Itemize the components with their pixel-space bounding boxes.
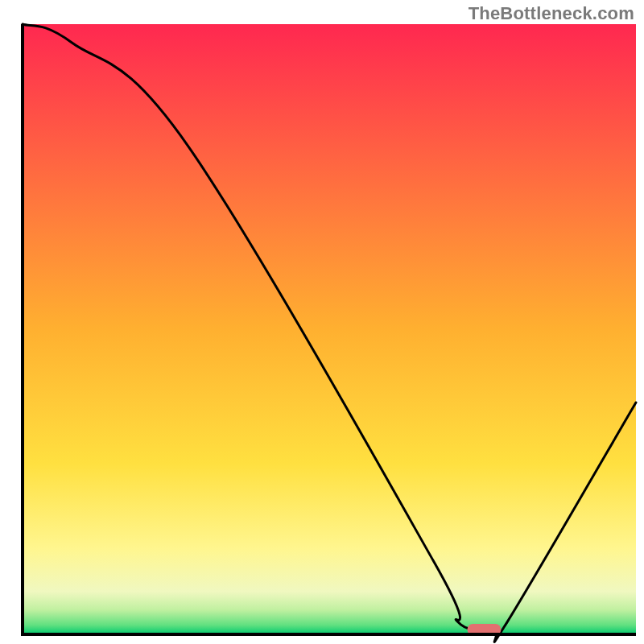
- watermark-text: TheBottleneck.com: [469, 3, 634, 24]
- chart-svg: [0, 0, 644, 644]
- bottleneck-chart: TheBottleneck.com: [0, 0, 644, 644]
- gradient-background: [23, 24, 636, 634]
